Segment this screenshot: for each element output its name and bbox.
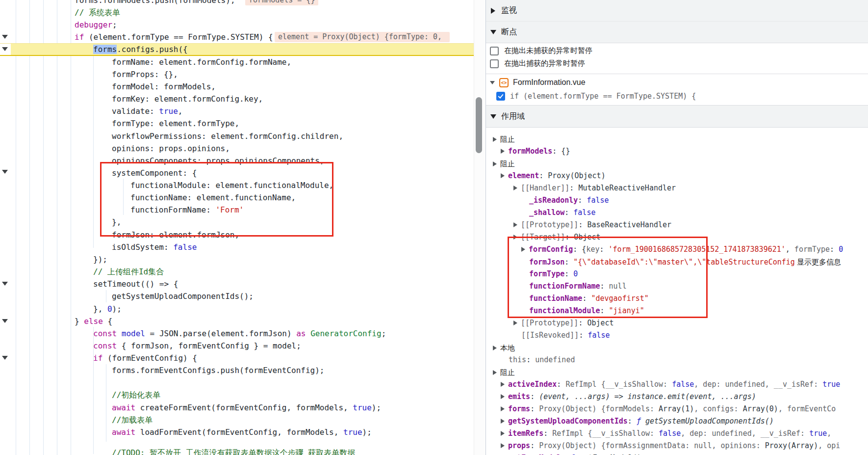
disclosure-triangle-icon[interactable] xyxy=(493,346,497,350)
scope-value-token: ƒ xyxy=(637,417,645,426)
scope-row[interactable]: 阻止 xyxy=(486,366,868,378)
code-line[interactable]: formName: element.formConfig.formName, xyxy=(0,56,474,68)
scope-value-token: , xyxy=(827,429,836,438)
code-token: // 上传组件Id集合 xyxy=(93,267,164,276)
scope-row[interactable]: [[Prototype]]: BaseReactiveHandler xyxy=(486,219,868,231)
scope-row[interactable]: getSystemUploadComponentIds: ƒ getSystem… xyxy=(486,415,868,428)
disclosure-triangle-icon[interactable] xyxy=(493,137,497,142)
scope-row[interactable]: activeIndex: RefImpl {__v_isShallow: fal… xyxy=(486,378,868,391)
scope-value-token: Proxy(Array) xyxy=(765,441,818,450)
code-token: as xyxy=(296,329,306,338)
breakpoints-section-header[interactable]: 断点 xyxy=(486,22,868,43)
scope-row[interactable]: [[Handler]]: MutableReactiveHandler xyxy=(486,182,868,194)
disclosure-triangle-icon[interactable] xyxy=(513,186,517,190)
scope-value-token: : BaseReactiveHandler xyxy=(578,220,671,229)
code-token: ); xyxy=(362,428,372,437)
code-line[interactable]: workflowPermissions: element.formConfig.… xyxy=(0,130,474,142)
code-token: false xyxy=(173,242,197,252)
disclosure-triangle-icon[interactable] xyxy=(493,161,497,166)
code-token: getSystemUploadComponentIds(); xyxy=(112,292,254,301)
code-line[interactable]: validate: true, xyxy=(0,105,474,117)
disclosure-triangle-icon[interactable] xyxy=(501,431,505,436)
code-line[interactable]: setTimeout(() => { xyxy=(0,278,474,290)
code-fold-arrow-icon[interactable] xyxy=(2,47,8,51)
disclosure-triangle-icon[interactable] xyxy=(501,419,505,424)
watch-section-header[interactable]: 监视 xyxy=(486,0,868,22)
code-line[interactable]: formModel: formModels, xyxy=(0,80,474,93)
pause-on-caught-row: 在抛出捕获的异常时暂停 xyxy=(486,57,868,70)
code-token: forms.formEventConfigs.push(formEventCon… xyxy=(112,366,324,375)
scope-row[interactable]: setFormModel: ƒ setFormModel() xyxy=(486,452,868,455)
code-line[interactable]: //初始化表单 xyxy=(0,389,474,401)
pause-on-uncaught-checkbox[interactable] xyxy=(490,47,499,55)
pause-on-caught-checkbox[interactable] xyxy=(490,59,499,68)
code-line[interactable]: // 上传组件Id集合 xyxy=(0,266,474,278)
scope-row[interactable]: 阻止 xyxy=(486,158,868,170)
code-line[interactable]: formKey: element.formConfig.key, xyxy=(0,93,474,105)
code-token: //加载表单 xyxy=(112,415,153,425)
scope-row[interactable]: 阻止 xyxy=(486,133,868,145)
code-token: true xyxy=(353,403,372,412)
scope-row[interactable]: props: Proxy(Object) {formAssignmentData… xyxy=(486,440,868,452)
code-line[interactable]: // 系统表单 xyxy=(0,6,474,19)
code-line[interactable]: isOldSystem: false xyxy=(0,241,474,253)
code-line[interactable]: //TODO: 暂不放开 工作流没有获取表单数据这个步骤 获取表单数据 xyxy=(0,447,474,455)
code-fold-arrow-icon[interactable] xyxy=(2,170,8,174)
disclosure-triangle-icon[interactable] xyxy=(501,406,505,411)
code-line[interactable]: formProps: {}, xyxy=(0,68,474,80)
code-line[interactable]: const model = JSON.parse(element.formJso… xyxy=(0,327,474,340)
code-line[interactable]: formType: element.formType, xyxy=(0,117,474,130)
code-line[interactable]: } else { xyxy=(0,315,474,327)
scope-row[interactable]: forms: Proxy(Object) {formModels: Array(… xyxy=(486,403,868,415)
breakpoints-section-label: 断点 xyxy=(501,27,517,37)
scope-value-token: : xyxy=(564,208,573,217)
code-line[interactable]: await createFormEvent(formEventConfig, f… xyxy=(0,401,474,414)
show-more-link[interactable]: 显示更多信息 xyxy=(795,258,841,266)
disclosure-triangle-icon[interactable] xyxy=(493,370,497,375)
code-line[interactable]: forms.formModels.push(formModels);formMo… xyxy=(0,0,474,6)
code-line[interactable]: forms.formEventConfigs.push(formEventCon… xyxy=(0,364,474,376)
code-line[interactable]: const { formJson, formEventConfig } = mo… xyxy=(0,340,474,352)
scope-value-token: this xyxy=(509,355,526,364)
disclosure-triangle-icon[interactable] xyxy=(501,149,505,154)
scope-value-token: : xyxy=(543,429,552,438)
code-line[interactable]: getSystemUploadComponentIds(); xyxy=(0,290,474,302)
code-line[interactable]: }, 0); xyxy=(0,303,474,315)
code-fold-arrow-icon[interactable] xyxy=(2,319,8,323)
scope-row: _isReadonly: false xyxy=(486,194,868,207)
scope-row[interactable]: element: Proxy(Object) xyxy=(486,170,868,182)
disclosure-triangle-icon[interactable] xyxy=(513,321,517,325)
disclosure-triangle-icon[interactable] xyxy=(501,394,505,399)
code-line[interactable]: }); xyxy=(0,253,474,266)
code-line[interactable]: forms.configs.push({ xyxy=(0,43,474,56)
scope-row[interactable]: 本地 xyxy=(486,342,868,354)
code-line[interactable]: opinions: props.opinions, xyxy=(0,142,474,155)
scope-value-token: undefined xyxy=(535,355,575,364)
disclosure-triangle-icon[interactable] xyxy=(501,382,505,387)
scope-value-token: emits xyxy=(508,392,530,401)
scope-section-header[interactable]: 作用域 xyxy=(486,105,868,128)
scope-row[interactable]: formModels: {} xyxy=(486,145,868,158)
code-token: = JSON.parse(element.formJson) xyxy=(145,329,296,338)
scope-value-token: , xyxy=(786,245,794,254)
breakpoint-entry[interactable]: if (element.formType == FormType.SYSTEM)… xyxy=(496,89,696,103)
code-line[interactable]: //加载表单 xyxy=(0,414,474,426)
code-line[interactable]: await loadFormEvent(formEventConfig, for… xyxy=(0,426,474,438)
editor-scrollbar-track[interactable] xyxy=(474,0,486,455)
breakpoint-file-group[interactable]: <> FormInformation.vue xyxy=(490,75,586,90)
scope-row[interactable]: emits: (event, ...args) => instance.emit… xyxy=(486,391,868,403)
scope-row[interactable]: [[Prototype]]: Object xyxy=(486,317,868,329)
code-fold-arrow-icon[interactable] xyxy=(2,282,8,286)
code-line[interactable]: if (formEventConfig) { xyxy=(0,352,474,364)
disclosure-triangle-icon[interactable] xyxy=(513,222,517,227)
pause-on-uncaught-row: 在抛出未捕获的异常时暂停 xyxy=(486,44,868,57)
scope-row[interactable]: itemRefs: RefImpl {__v_isShallow: false,… xyxy=(486,428,868,440)
disclosure-triangle-icon[interactable] xyxy=(501,173,505,178)
disclosure-triangle-icon[interactable] xyxy=(501,443,505,448)
code-fold-arrow-icon[interactable] xyxy=(2,356,8,360)
code-line[interactable]: debugger; xyxy=(0,19,474,31)
breakpoint-enabled-checkbox[interactable] xyxy=(496,92,505,101)
editor-scrollbar-thumb[interactable] xyxy=(476,97,482,153)
code-fold-arrow-icon[interactable] xyxy=(2,35,8,39)
code-line[interactable]: if (element.formType == FormType.SYSTEM)… xyxy=(0,31,474,43)
